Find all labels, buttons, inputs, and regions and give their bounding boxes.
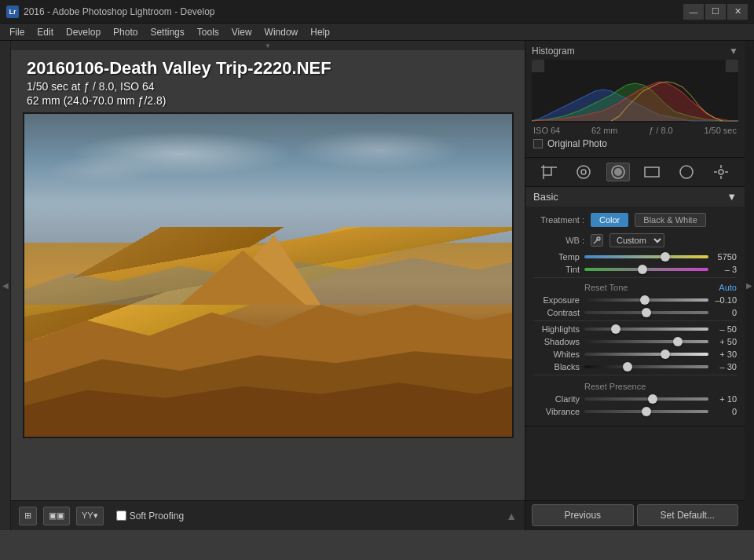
wb-eyedropper[interactable] [591,234,603,247]
photo-frame [23,112,514,438]
loop-btn[interactable]: YY▾ [76,507,104,525]
blacks-track[interactable] [584,365,708,368]
histogram-svg [532,60,738,123]
gradient-tool[interactable] [640,163,664,181]
wb-select[interactable]: CustomAs ShotAutoDaylight [609,233,664,247]
heal-tool[interactable] [572,163,595,181]
photo-info: 20160106-Death Valley Trip-2220.NEF 1/50… [27,58,331,107]
clarity-thumb[interactable] [648,394,657,404]
view-mode-icon: ⊞ [24,511,31,521]
blacks-value: – 30 [708,362,737,372]
divider2 [533,320,737,321]
shadows-thumb[interactable] [673,337,683,346]
temp-slider-row: Temp 5750 [533,252,737,262]
left-panel-arrow[interactable]: ◀ [2,281,9,290]
vibrance-track[interactable] [584,410,708,413]
exposure-thumb[interactable] [640,295,650,305]
exposure-track[interactable] [584,298,708,302]
titlebar: Lr 2016 - Adobe Photoshop Lightroom - De… [0,0,754,24]
original-photo-checkbox[interactable] [533,139,543,148]
clarity-label: Clarity [533,394,584,404]
svg-point-19 [614,168,622,176]
svg-point-17 [581,170,586,174]
menu-tools[interactable]: Tools [191,25,225,39]
menu-view[interactable]: View [225,25,258,39]
shadows-slider-row: Shadows + 50 [533,337,737,346]
soft-proof-label[interactable]: Soft Proofing [130,511,184,522]
original-photo-label: Original Photo [547,138,607,149]
shadows-label: Shadows [533,337,584,346]
tint-value: – 3 [708,265,737,274]
tint-track[interactable] [584,268,708,271]
whites-slider-row: Whites + 30 [533,350,737,359]
exposure-value: –0.10 [708,295,737,305]
blacks-slider-row: Blacks – 30 [533,362,737,372]
tools-row [525,158,745,187]
titlebar-controls[interactable]: — ☐ ✕ [683,4,748,20]
brush-tool[interactable] [606,163,630,181]
shadows-track[interactable] [584,340,708,343]
color-btn[interactable]: Color [591,213,628,227]
contrast-track[interactable] [584,311,708,314]
right-arrow-panel[interactable]: ▶ [745,41,754,530]
hist-iso: ISO 64 [533,126,560,135]
view-mode-btn[interactable]: ⊞ [19,507,37,525]
menu-settings[interactable]: Settings [144,25,190,39]
maximize-button[interactable]: ☐ [705,4,726,20]
tint-slider-row: Tint – 3 [533,265,737,274]
soft-proof-group: Soft Proofing [116,511,184,522]
contrast-thumb[interactable] [642,308,651,317]
histogram-canvas [532,60,738,123]
menu-develop[interactable]: Develop [60,25,107,39]
whites-track[interactable] [584,353,708,356]
tint-thumb[interactable] [638,265,647,274]
exposure-slider-row: Exposure –0.10 [533,295,737,305]
previous-button[interactable]: Previous [532,504,634,526]
highlights-thumb[interactable] [611,324,620,334]
temp-track[interactable] [584,255,708,258]
crop-tool[interactable] [537,163,561,181]
temp-thumb[interactable] [661,252,670,262]
histogram-label: Histogram [532,46,575,57]
before-after-btn[interactable]: ▣▣ [43,507,70,525]
menu-help[interactable]: Help [304,25,336,39]
main-layout: ◀ ▼ 20160106-Death Valley Trip-2220.NEF … [0,41,754,530]
menu-edit[interactable]: Edit [31,25,60,39]
menu-window[interactable]: Window [258,25,305,39]
bottom-toolbar: ⊞ ▣▣ YY▾ Soft Proofing ▲ [11,500,525,530]
highlights-track[interactable] [584,328,708,331]
vibrance-thumb[interactable] [642,407,651,416]
blacks-thumb[interactable] [623,362,632,372]
bottom-expand-arrow[interactable]: ▲ [506,510,517,522]
histogram-collapse-arrow[interactable]: ▼ [729,46,738,57]
menu-file[interactable]: File [3,25,31,39]
radial-tool[interactable] [675,163,698,181]
histogram-section: Histogram ▼ [525,41,745,158]
svg-rect-6 [532,60,544,72]
highlights-label: Highlights [533,324,584,334]
soft-proof-checkbox[interactable] [116,511,126,521]
panel-content[interactable]: Basic ▼ Treatment : Color Black & White … [525,187,745,500]
auto-btn[interactable]: Auto [719,283,737,292]
reset-tone-row: Reset Tone Auto [533,283,737,292]
photo-title: 20160106-Death Valley Trip-2220.NEF [27,58,331,79]
svg-rect-11 [544,167,551,175]
svg-point-21 [680,166,693,178]
contrast-slider-row: Contrast 0 [533,308,737,317]
bw-btn[interactable]: Black & White [635,213,705,227]
menu-photo[interactable]: Photo [107,25,144,39]
clarity-track[interactable] [584,397,708,401]
whites-thumb[interactable] [661,350,670,359]
settings-tool[interactable] [709,163,733,181]
photo-meta2: 62 mm (24.0-70.0 mm ƒ/2.8) [27,94,331,107]
basic-section-header[interactable]: Basic ▼ [525,187,745,207]
set-default-button[interactable]: Set Default... [637,504,739,526]
whites-label: Whites [533,350,584,359]
close-button[interactable]: ✕ [727,4,748,20]
temp-label: Temp [533,252,584,262]
svg-point-22 [719,170,723,174]
svg-point-16 [577,166,590,178]
clarity-slider-row: Clarity + 10 [533,394,737,404]
top-arrow-icon: ▼ [265,42,271,49]
minimize-button[interactable]: — [683,4,704,20]
